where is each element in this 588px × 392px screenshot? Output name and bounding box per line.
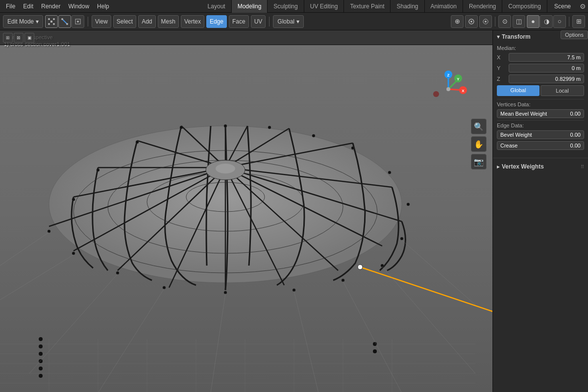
crease-field[interactable]: Crease 0.00 (497, 141, 584, 150)
workspace-rendering[interactable]: Rendering (463, 0, 502, 13)
svg-point-11 (470, 21, 472, 23)
svg-point-107 (433, 91, 439, 97)
edge-mode-btn[interactable] (58, 15, 71, 28)
scene-dropdown-icon[interactable]: ⚙ (580, 2, 586, 10)
global-local-row: Global Local (497, 85, 584, 96)
workspace-sculpting[interactable]: Sculpting (268, 0, 304, 13)
view-menu-btn[interactable]: View (92, 15, 111, 28)
viewport[interactable]: Camera Perspective 1) cross-section.cove… (0, 30, 492, 392)
scene-label: Scene (549, 2, 576, 11)
svg-point-60 (39, 367, 43, 370)
transform-gizmo-btn[interactable]: ⊕ (451, 15, 464, 28)
menu-edit[interactable]: Edit (19, 0, 37, 13)
svg-point-1 (48, 18, 50, 20)
select-menu-btn[interactable]: Select (113, 15, 136, 28)
rendered-shading-btn[interactable]: ○ (553, 15, 566, 28)
mean-bevel-weight-field[interactable]: Mean Bevel Weight 0.00 (497, 109, 584, 118)
menu-render[interactable]: Render (37, 0, 64, 13)
divider1 (497, 99, 584, 99)
svg-line-94 (294, 291, 318, 392)
local-btn[interactable]: Local (540, 85, 584, 96)
x-prop-row: X 7.5 m (497, 53, 584, 62)
svg-point-76 (268, 126, 271, 129)
vertices-data-label: Vertices Data: (497, 101, 584, 107)
separator2 (269, 17, 270, 26)
bevel-weight-field[interactable]: Bevel Weight 0.00 (497, 130, 584, 139)
workspace-modeling[interactable]: Modeling (232, 0, 268, 13)
edge-data-label: Edge Data: (497, 122, 584, 128)
main-area: Camera Perspective 1) cross-section.cove… (0, 30, 588, 392)
svg-text:X: X (462, 89, 465, 93)
mesh-menu-btn[interactable]: Mesh (158, 15, 179, 28)
navigation-gizmo[interactable]: Y X Z (429, 70, 468, 109)
editor-type-btn[interactable]: ⊞ (572, 15, 585, 28)
vertex-menu-btn[interactable]: Vertex (181, 15, 204, 28)
svg-line-5 (62, 19, 67, 24)
menu-file[interactable]: File (2, 0, 19, 13)
header-icon3[interactable]: ▣ (24, 33, 34, 43)
global-dropdown[interactable]: Global ▾ (273, 15, 304, 28)
vertex-mode-btn[interactable] (45, 15, 58, 28)
zoom-btn[interactable]: 🔍 (471, 119, 487, 134)
menu-help[interactable]: Help (93, 0, 113, 13)
global-label: Global (277, 18, 294, 25)
proportional-edit-btn[interactable] (479, 15, 492, 28)
edit-mode-dropdown[interactable]: Edit Mode ▾ (3, 15, 43, 28)
header-icon2[interactable]: ⊠ (14, 33, 24, 43)
y-value[interactable]: 0 m (509, 64, 584, 73)
snap-btn[interactable] (465, 15, 478, 28)
svg-point-4 (53, 23, 55, 25)
solid-shading-btn[interactable]: ● (527, 15, 539, 28)
separator3 (495, 17, 495, 26)
menu-window[interactable]: Window (64, 0, 93, 13)
x-label: X (497, 54, 507, 60)
divider2 (497, 120, 584, 121)
pan-btn[interactable]: ✋ (471, 136, 487, 152)
uv-menu-btn[interactable]: UV (251, 15, 266, 28)
workspace-shading[interactable]: Shading (391, 0, 424, 13)
svg-point-71 (72, 198, 75, 201)
workspace-texture-paint[interactable]: Texture Paint (344, 0, 391, 13)
svg-point-63 (373, 349, 377, 353)
workspace-compositing[interactable]: Compositing (502, 0, 547, 13)
z-value[interactable]: 0.82999 m (509, 74, 584, 83)
view-overlay-btn[interactable]: ⊙ (498, 15, 511, 28)
svg-point-54 (358, 265, 363, 270)
svg-point-52 (216, 164, 235, 173)
global-btn[interactable]: Global (497, 85, 539, 96)
workspace-animation[interactable]: Animation (425, 0, 463, 13)
svg-line-53 (360, 267, 492, 320)
svg-point-88 (72, 252, 75, 255)
edge-menu-btn[interactable]: Edge (206, 15, 227, 28)
vertex-weights-header[interactable]: ▸ Vertex Weights ⠿ (493, 160, 588, 173)
vertex-weights-drag-handle: ⠿ (581, 164, 584, 170)
svg-line-89 (0, 232, 49, 266)
select-mode-group (45, 15, 84, 28)
workspace-tabs: Layout Modeling Sculpting UV Editing Tex… (202, 0, 547, 13)
svg-point-74 (180, 126, 183, 129)
toolbar: Edit Mode ▾ View Select Add Mesh Vertex … (0, 13, 588, 30)
edit-mode-chevron: ▾ (36, 18, 39, 25)
xray-btn[interactable]: ◫ (513, 15, 525, 28)
svg-point-72 (97, 169, 99, 172)
add-menu-btn[interactable]: Add (138, 15, 155, 28)
svg-line-91 (29, 274, 118, 373)
svg-point-80 (407, 203, 410, 206)
header-icon1[interactable]: ⊞ (3, 33, 13, 43)
bevel-weight-row: Bevel Weight 0.00 (497, 130, 584, 139)
svg-line-92 (98, 289, 164, 392)
svg-line-90 (0, 255, 74, 300)
svg-text:Z: Z (447, 73, 450, 77)
x-value[interactable]: 7.5 m (509, 53, 584, 62)
workspace-layout[interactable]: Layout (202, 0, 232, 13)
face-mode-btn[interactable] (72, 15, 84, 28)
camera-view-btn[interactable]: 📷 (471, 154, 487, 170)
options-btn[interactable]: Options (561, 30, 588, 39)
right-panel: ▾ Transform ⠿ Median: X 7.5 m Y 0 m (492, 30, 588, 392)
face-menu-btn[interactable]: Face (229, 15, 249, 28)
material-shading-btn[interactable]: ◑ (540, 15, 553, 28)
mean-bevel-label: Mean Bevel Weight (500, 111, 547, 117)
z-label: Z (497, 76, 507, 82)
workspace-uv-editing[interactable]: UV Editing (304, 0, 344, 13)
mean-bevel-row: Mean Bevel Weight 0.00 (497, 109, 584, 118)
